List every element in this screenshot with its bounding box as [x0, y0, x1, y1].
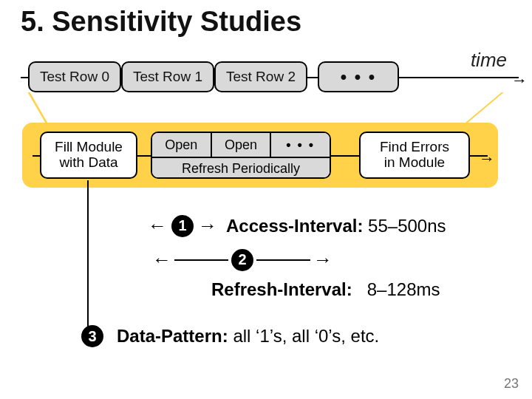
access-interval-value: 55–500ns — [368, 216, 446, 236]
test-row-ellipsis: • • • — [318, 61, 399, 92]
open-cell: Open — [152, 133, 212, 157]
open-refresh-box: Open Open • • • Refresh Periodically — [151, 132, 331, 179]
data-pattern-label: Data-Pattern: — [117, 326, 228, 347]
bullet-1-icon: 1 — [171, 215, 194, 237]
time-axis-label: time — [471, 49, 507, 72]
access-interval-label: Access-Interval: — [226, 216, 363, 236]
open-cell: Open — [212, 133, 272, 157]
data-pattern-value: all ‘1’s, all ‘0’s, etc. — [233, 326, 379, 347]
fill-module-line1: Fill Module — [55, 140, 123, 155]
arrow-right-icon: → — [511, 71, 528, 90]
find-errors-line2: in Module — [384, 155, 445, 171]
fill-module-box: Fill Module with Data — [40, 132, 137, 179]
param-refresh-interval: Refresh-Interval: 8–128ms — [211, 279, 440, 300]
param-access-interval: ← 1 → Access-Interval: 55–500ns — [148, 214, 446, 237]
fill-module-line2: with Data — [59, 155, 117, 171]
page-number: 23 — [504, 376, 519, 392]
find-errors-line1: Find Errors — [380, 140, 449, 155]
find-errors-box: Find Errors in Module — [359, 132, 470, 179]
param-refresh-interval-span: ← 2 → — [152, 248, 332, 271]
arrow-left-icon: ← — [152, 248, 171, 271]
param-data-pattern: 3 Data-Pattern: all ‘1’s, all ‘0’s, etc. — [77, 325, 379, 347]
refresh-interval-label: Refresh-Interval: — [211, 279, 352, 299]
arrow-right-icon: → — [198, 214, 217, 237]
test-row-box: Test Row 0 — [28, 61, 121, 92]
arrow-right-icon: → — [479, 149, 495, 168]
arrow-left-icon: ← — [148, 214, 167, 237]
slide-title: 5. Sensitivity Studies — [21, 6, 301, 38]
refresh-periodically-label: Refresh Periodically — [152, 158, 330, 179]
bullet-3-icon: 3 — [81, 325, 103, 347]
vertical-connector — [87, 180, 89, 334]
test-row-box: Test Row 2 — [214, 61, 307, 92]
bullet-2-icon: 2 — [231, 249, 253, 271]
arrow-right-icon: → — [313, 248, 332, 271]
open-cell-ellipsis: • • • — [271, 133, 330, 157]
refresh-interval-value: 8–128ms — [367, 279, 440, 299]
test-row-box: Test Row 1 — [121, 61, 214, 92]
